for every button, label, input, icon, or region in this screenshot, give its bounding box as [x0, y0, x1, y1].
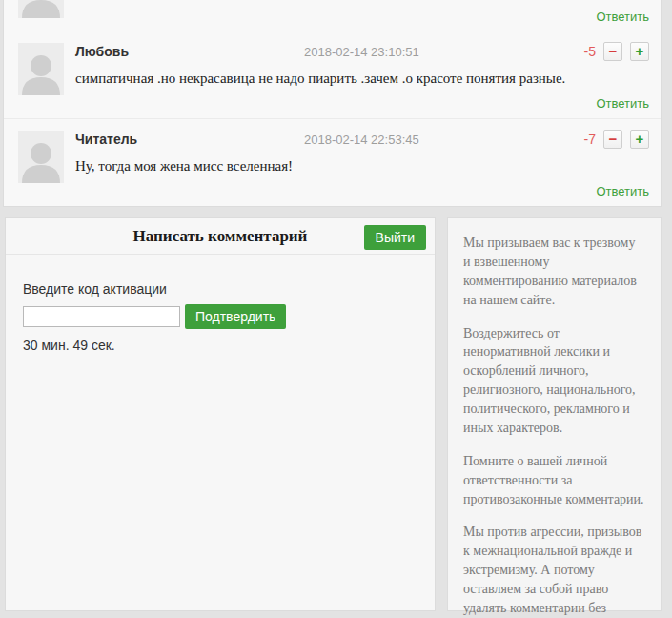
comment-score: -5	[584, 44, 596, 59]
downvote-button[interactable]: −	[603, 130, 622, 149]
comment-row: Любовь 2018-02-14 23:10:51 -5 − + симпат…	[4, 31, 661, 118]
rules-paragraph: Мы призываем вас к трезвому и взвешенном…	[463, 234, 645, 310]
upvote-button[interactable]: +	[630, 130, 649, 149]
upvote-button[interactable]: +	[630, 42, 649, 61]
form-header: Написать комментарий Выйти	[6, 218, 435, 255]
activation-code-label: Введите код активации	[23, 281, 417, 297]
comment-author: Читатель	[75, 132, 137, 147]
avatar	[18, 43, 64, 95]
minus-icon: −	[609, 43, 618, 59]
activation-code-input[interactable]	[23, 306, 180, 327]
comment-timestamp: 2018-02-14 23:10:51	[304, 45, 419, 59]
code-row: Подтвердить	[23, 304, 417, 329]
comment-score: -7	[584, 132, 596, 147]
vote-group: -7 − +	[584, 130, 649, 149]
plus-icon: +	[636, 43, 644, 59]
reply-link[interactable]: Ответить	[596, 184, 649, 198]
downvote-button[interactable]: −	[603, 42, 622, 61]
comment-partial: Ответить	[4, 0, 661, 31]
countdown-timer: 30 мин. 49 сек.	[23, 338, 417, 353]
rules-paragraph: Помните о вашей личной ответственности з…	[463, 452, 645, 509]
reply-link[interactable]: Ответить	[596, 10, 649, 24]
comment-row: Читатель 2018-02-14 22:53:45 -7 − + Ну, …	[4, 118, 661, 206]
reply-link[interactable]: Ответить	[596, 96, 649, 111]
confirm-button[interactable]: Подтвердить	[185, 304, 286, 329]
rules-paragraph: Воздержитесь от ненормативной лексики и …	[463, 324, 645, 438]
rules-paragraph: Мы против агрессии, призывов к межнацион…	[463, 523, 645, 618]
form-body: Введите код активации Подтвердить 30 мин…	[6, 255, 435, 353]
vote-group: -5 − +	[584, 42, 649, 61]
comment-author: Любовь	[75, 44, 129, 59]
plus-icon: +	[636, 131, 644, 147]
minus-icon: −	[609, 131, 618, 147]
logout-button[interactable]: Выйти	[364, 225, 426, 250]
comments-list: Ответить Любовь 2018-02-14 23:10:51 -5 −…	[3, 0, 662, 207]
avatar	[18, 131, 64, 183]
comment-text: симпатичная .но некрасавица не надо пиар…	[75, 71, 641, 87]
avatar	[18, 0, 64, 18]
comment-text: Ну, тогда моя жена мисс вселенная!	[75, 158, 641, 175]
rules-panel: Мы призываем вас к трезвому и взвешенном…	[447, 217, 662, 611]
comment-timestamp: 2018-02-14 22:53:45	[304, 133, 419, 147]
comment-form-panel: Написать комментарий Выйти Введите код а…	[5, 217, 436, 611]
